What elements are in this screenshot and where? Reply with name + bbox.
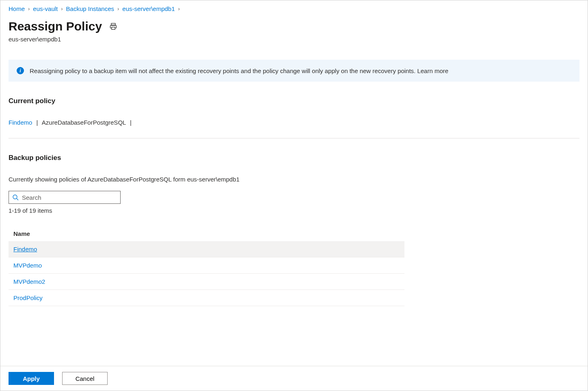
svg-rect-0 <box>111 24 115 25</box>
column-header-name[interactable]: Name <box>9 226 404 241</box>
current-policy-line: Findemo | AzureDatabaseForPostgreSQL | <box>9 119 579 126</box>
current-policy-type: AzureDatabaseForPostgreSQL <box>42 119 126 126</box>
backup-policies-description: Currently showing policies of AzureDatab… <box>9 176 579 183</box>
table-row[interactable]: Findemo <box>9 241 404 257</box>
search-input[interactable] <box>22 194 117 201</box>
policy-link[interactable]: ProdPolicy <box>13 294 43 301</box>
footer: Apply Cancel <box>0 366 588 391</box>
breadcrumb-vault[interactable]: eus-vault <box>33 5 58 12</box>
info-icon: i <box>17 67 24 74</box>
policies-table: Name FindemoMVPdemoMVPdemo2ProdPolicy <box>9 226 404 306</box>
chevron-right-icon: › <box>117 6 119 12</box>
page-subtitle: eus-server\empdb1 <box>9 36 579 43</box>
chevron-right-icon: › <box>28 6 30 12</box>
cancel-button[interactable]: Cancel <box>62 372 108 385</box>
separator: | <box>37 119 38 126</box>
info-text: Reassigning policy to a backup item will… <box>30 67 448 74</box>
breadcrumb-instance[interactable]: eus-server\empdb1 <box>122 5 175 12</box>
svg-point-2 <box>13 195 17 199</box>
table-row[interactable]: ProdPolicy <box>9 290 404 306</box>
item-count: 1-19 of 19 items <box>9 207 579 214</box>
current-policy-link[interactable]: Findemo <box>9 119 32 126</box>
backup-policies-heading: Backup policies <box>9 154 579 162</box>
apply-button[interactable]: Apply <box>9 372 54 385</box>
policy-link[interactable]: MVPdemo <box>13 262 42 269</box>
divider <box>9 138 579 138</box>
page-title: Reassign Policy <box>9 19 102 33</box>
breadcrumb: Home › eus-vault › Backup Instances › eu… <box>9 0 579 16</box>
svg-line-3 <box>17 199 18 200</box>
search-icon <box>12 194 19 201</box>
table-row[interactable]: MVPdemo2 <box>9 274 404 290</box>
current-policy-heading: Current policy <box>9 97 579 105</box>
search-field[interactable] <box>9 191 121 204</box>
chevron-right-icon: › <box>61 6 63 12</box>
breadcrumb-home[interactable]: Home <box>9 5 25 12</box>
table-row[interactable]: MVPdemo <box>9 257 404 274</box>
svg-rect-1 <box>112 27 115 30</box>
chevron-right-icon: › <box>178 6 180 12</box>
info-banner: i Reassigning policy to a backup item wi… <box>9 60 579 82</box>
print-icon[interactable] <box>109 22 117 30</box>
policy-link[interactable]: Findemo <box>13 246 37 253</box>
breadcrumb-backup-instances[interactable]: Backup Instances <box>66 5 114 12</box>
policy-link[interactable]: MVPdemo2 <box>13 278 45 285</box>
separator: | <box>130 119 132 126</box>
